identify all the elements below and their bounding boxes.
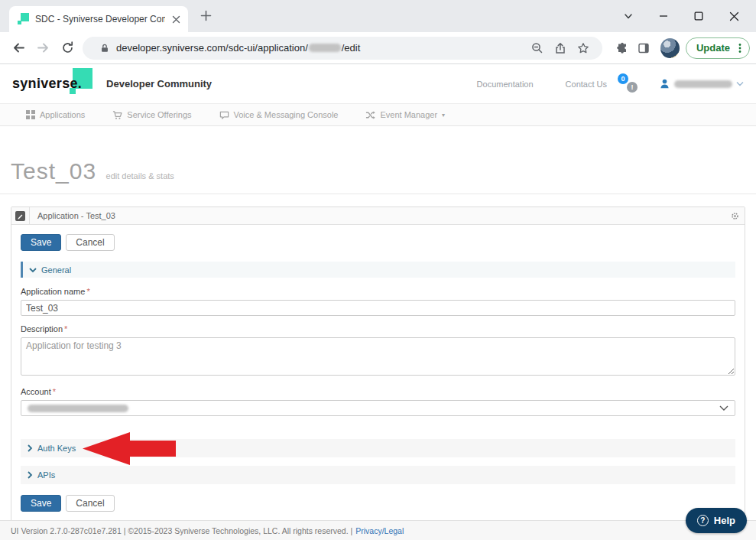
zoom-icon[interactable] <box>526 37 549 60</box>
annotation-arrow-icon <box>81 431 176 467</box>
user-icon <box>659 78 670 89</box>
nav-item-service-offerings[interactable]: Service Offerings <box>112 110 191 120</box>
alert-exclamation-icon <box>627 82 638 93</box>
chevron-right-icon <box>27 444 33 452</box>
url-text: developer.syniverse.com/sdc-ui/applicati… <box>116 42 526 54</box>
footer-version-text: UI Version 2.7.0-287c01e7.281 | ©2015-20… <box>11 526 352 535</box>
help-button[interactable]: Help <box>686 508 747 533</box>
chevron-down-icon <box>736 81 744 86</box>
browser-tabstrip: SDC - Syniverse Developer Community <box>0 0 756 32</box>
share-icon[interactable] <box>549 37 572 60</box>
main-nav: Applications Service Offerings Voice & M… <box>0 103 756 126</box>
minimize-icon[interactable] <box>646 0 681 32</box>
notification-badge: 0 <box>618 73 628 84</box>
description-textarea[interactable]: Application for testing 3 <box>21 337 735 376</box>
account-select[interactable] <box>21 400 735 416</box>
panel-header: Application - Test_03 <box>11 207 745 225</box>
kebab-menu-icon <box>735 42 745 54</box>
redacted-account-value <box>28 405 128 412</box>
chevron-right-icon <box>27 471 33 479</box>
chevron-down-icon <box>29 267 37 273</box>
cancel-button[interactable]: Cancel <box>66 234 114 251</box>
close-icon[interactable] <box>716 0 751 32</box>
browser-toolbar: developer.syniverse.com/sdc-ui/applicati… <box>0 32 756 64</box>
forward-icon[interactable] <box>31 35 55 61</box>
lock-icon[interactable] <box>93 37 116 60</box>
redacted-application-id <box>309 44 341 52</box>
site-header: syniverse. Developer Community Documenta… <box>0 64 756 103</box>
gear-icon[interactable] <box>725 212 745 220</box>
profile-avatar[interactable] <box>660 38 679 58</box>
cancel-button-bottom[interactable]: Cancel <box>66 495 114 512</box>
documentation-link[interactable]: Documentation <box>477 80 534 89</box>
page-title: Test_03 <box>11 158 96 184</box>
application-name-input[interactable] <box>21 300 735 316</box>
update-button[interactable]: Update <box>686 37 750 59</box>
privacy-legal-link[interactable]: Privacy/Legal <box>355 526 404 535</box>
extensions-icon[interactable] <box>612 37 633 60</box>
cart-icon <box>112 110 122 120</box>
description-label: Description* <box>21 324 735 333</box>
side-panel-icon[interactable] <box>633 37 654 60</box>
account-label: Account* <box>21 387 735 396</box>
syniverse-favicon <box>17 13 29 25</box>
syniverse-logo[interactable]: syniverse. <box>12 76 82 92</box>
save-button-bottom[interactable]: Save <box>21 495 61 512</box>
grid-icon <box>26 110 35 119</box>
reload-icon[interactable] <box>55 35 79 61</box>
chat-icon <box>219 110 229 120</box>
section-toggle-apis[interactable]: APIs <box>21 466 735 484</box>
nav-item-applications[interactable]: Applications <box>26 110 85 119</box>
contact-us-link[interactable]: Contact Us <box>566 80 607 89</box>
shuffle-icon <box>365 110 375 120</box>
application-name-label: Application name* <box>21 287 735 296</box>
apis-row: APIs <box>21 466 735 484</box>
tab-search-chevron-down-icon[interactable] <box>611 0 646 32</box>
page-subtitle: edit details & stats <box>106 171 174 181</box>
chevron-down-icon <box>719 405 728 411</box>
question-icon <box>697 515 709 526</box>
browser-tab[interactable]: SDC - Syniverse Developer Community <box>9 6 188 32</box>
notification-icon[interactable]: 0 <box>618 76 638 93</box>
product-name: Developer Community <box>106 78 212 89</box>
edit-pencil-icon <box>11 207 30 225</box>
redacted-username <box>674 80 732 88</box>
bookmark-star-icon[interactable] <box>572 37 595 60</box>
back-icon[interactable] <box>6 35 31 61</box>
application-panel: Application - Test_03 Save Cancel Genera… <box>11 207 745 531</box>
panel-body: Save Cancel General Application name* De… <box>11 225 745 530</box>
section-toggle-general[interactable]: General <box>21 262 735 278</box>
tab-title: SDC - Syniverse Developer Community <box>35 14 165 24</box>
save-button[interactable]: Save <box>21 234 61 251</box>
user-menu[interactable] <box>659 78 744 89</box>
panel-title: Application - Test_03 <box>37 211 725 220</box>
new-tab-icon[interactable] <box>200 10 212 21</box>
app-footer: UI Version 2.7.0-287c01e7.281 | ©2015-20… <box>0 520 756 540</box>
caret-down-icon: ▾ <box>442 112 445 119</box>
nav-item-event-manager[interactable]: Event Manager ▾ <box>365 110 445 120</box>
update-label: Update <box>696 42 730 54</box>
page-title-block: Test_03 edit details & stats <box>0 126 756 194</box>
maximize-icon[interactable] <box>681 0 716 32</box>
tab-close-icon[interactable] <box>170 15 182 24</box>
auth-keys-row: Auth Keys <box>21 439 735 457</box>
address-bar[interactable]: developer.syniverse.com/sdc-ui/applicati… <box>83 37 602 60</box>
nav-item-voice-messaging-console[interactable]: Voice & Messaging Console <box>219 110 339 120</box>
